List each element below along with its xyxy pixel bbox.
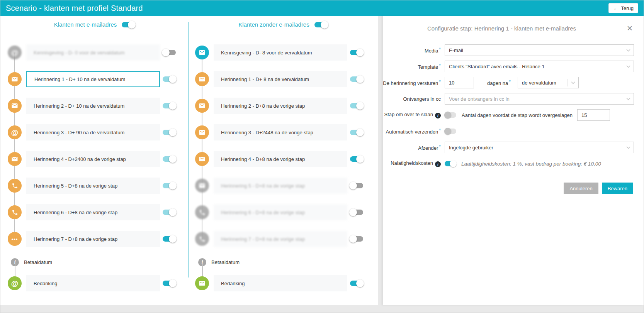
scenario-step-row[interactable]: Herinnering 1 - D+ 10 na de vervaldatum bbox=[0, 71, 189, 87]
sender-select[interactable]: Ingelogde gebruiker bbox=[445, 142, 634, 153]
auto-send-toggle[interactable] bbox=[445, 129, 456, 134]
step-label-box[interactable]: Herinnering 6 - D+8 na de vorige stap bbox=[214, 204, 347, 220]
step-label-box[interactable]: Herinnering 5 - D+8 na de vorige stap bbox=[26, 178, 160, 194]
scenario-step-row[interactable]: Herinnering 4 - D+2400 na de vorige stap bbox=[0, 151, 189, 167]
phone-icon bbox=[8, 179, 22, 193]
step-label-box[interactable]: Bedanking bbox=[26, 275, 160, 291]
reference-date-value: de vervaldatum bbox=[522, 80, 556, 86]
scenario-step-row[interactable]: Herinnering 7 - D+8 na de vorige stap bbox=[188, 231, 378, 247]
step-toggle[interactable] bbox=[163, 210, 176, 215]
step-label-box[interactable]: Herinnering 1 - D+ 8 na de vervaldatum bbox=[214, 71, 347, 87]
scenario-step-row[interactable]: Herinnering 6 - D+8 na de vorige stap bbox=[188, 204, 378, 220]
back-button-label: Terug bbox=[621, 5, 634, 11]
step-toggle[interactable] bbox=[163, 281, 176, 286]
column-toggle[interactable] bbox=[122, 22, 135, 27]
step-label-box[interactable]: Herinnering 2 - D+8 na de vorige stap bbox=[214, 98, 347, 114]
scenario-step-row[interactable]: Herinnering 3 - D+2448 na de vorige stap bbox=[188, 124, 378, 140]
step-toggle[interactable] bbox=[163, 156, 176, 162]
step-label-box[interactable]: Herinnering 1 - D+ 10 na de vervaldatum bbox=[26, 71, 160, 87]
step-label-box[interactable]: Herinnering 6 - D+8 na de vorige stap bbox=[26, 204, 160, 220]
step-toggle[interactable] bbox=[163, 236, 176, 242]
column-header: Klanten zonder e-mailadres bbox=[188, 21, 378, 28]
step-toggle[interactable] bbox=[350, 281, 363, 286]
scenario-step-row[interactable]: Herinnering 2 - D+ 10 na de vervaldatum bbox=[0, 98, 189, 114]
step-label-box[interactable]: Herinnering 7 - D+8 na de vorige stap bbox=[214, 231, 347, 247]
envelope-icon bbox=[195, 99, 209, 113]
scenario-step-row[interactable]: Herinnering 1 - D+ 8 na de vervaldatum bbox=[188, 71, 378, 87]
step-label: Herinnering 7 - D+8 na de vorige stap bbox=[34, 236, 117, 242]
step-toggle[interactable] bbox=[163, 76, 176, 82]
template-select[interactable]: Clients "Standard" avec emails - Relance… bbox=[445, 61, 634, 72]
step-label: Herinnering 3 - D+2448 na de vorige stap bbox=[221, 130, 313, 135]
step-label-box[interactable]: Herinnering 7 - D+8 na de vorige stap bbox=[26, 231, 160, 247]
media-select-value: E-mail bbox=[449, 47, 463, 53]
toggle-knob bbox=[356, 102, 364, 110]
scenario-step-row[interactable]: Kennisgeving - D- 8 voor de vervaldatum bbox=[188, 44, 378, 61]
step-toggle[interactable] bbox=[350, 130, 363, 135]
toggle-knob bbox=[450, 160, 457, 167]
cancel-button[interactable]: Annuleren bbox=[564, 183, 598, 194]
scenario-step-row[interactable]: @Kennisgeving - D- 0 voor de vervaldatum bbox=[0, 44, 189, 61]
sender-label: Afzender* bbox=[383, 144, 441, 151]
skip-days-input[interactable] bbox=[577, 109, 610, 121]
step-label-box[interactable]: Herinnering 2 - D+ 10 na de vervaldatum bbox=[26, 98, 160, 114]
scenario-step-row[interactable]: •••Herinnering 7 - D+8 na de vorige stap bbox=[0, 231, 189, 247]
step-label-box[interactable]: Kennisgeving - D- 8 voor de vervaldatum bbox=[214, 44, 347, 61]
envelope-icon bbox=[195, 72, 209, 86]
step-label-box[interactable]: Kennisgeving - D- 0 voor de vervaldatum bbox=[26, 44, 160, 61]
step-label: Herinnering 6 - D+8 na de vorige stap bbox=[34, 210, 117, 215]
close-icon[interactable]: ✕ bbox=[627, 24, 633, 33]
step-label: Herinnering 4 - D+8 na de vorige stap bbox=[221, 156, 305, 162]
step-label-box[interactable]: Herinnering 5 - D+8 na de vorige stap bbox=[214, 178, 347, 194]
scenario-step-row[interactable]: Herinnering 5 - D+8 na de vorige stap bbox=[0, 178, 189, 194]
step-label-box[interactable]: Bedanking bbox=[214, 275, 347, 291]
media-select[interactable]: E-mail bbox=[445, 44, 634, 56]
column-with-email: Klanten met e-mailadres @Kennisgeving - … bbox=[0, 16, 189, 305]
scenario-step-row[interactable]: Herinnering 2 - D+8 na de vorige stap bbox=[188, 98, 378, 114]
cc-placeholder: Voer de ontvangers in cc in bbox=[449, 96, 510, 102]
sender-select-value: Ingelogde gebruiker bbox=[449, 145, 493, 151]
send-delay-days-input[interactable] bbox=[445, 77, 474, 88]
column-toggle[interactable] bbox=[314, 22, 328, 27]
column-without-email: Klanten zonder e-mailadres Kennisgeving … bbox=[188, 16, 378, 305]
at-icon: @ bbox=[8, 125, 22, 139]
toggle-knob bbox=[321, 21, 328, 29]
step-toggle[interactable] bbox=[350, 103, 363, 108]
scenario-step-row[interactable]: @Herinnering 3 - D+ 90 na de vervaldatum bbox=[0, 124, 189, 140]
reference-date-select[interactable]: de vervaldatum bbox=[518, 77, 579, 88]
scenario-step-row[interactable]: Herinnering 5 - D+8 na de vorige stap bbox=[188, 178, 378, 194]
scenario-step-row[interactable]: @Bedanking bbox=[0, 275, 189, 291]
step-toggle[interactable] bbox=[163, 50, 176, 55]
steps-list: @Kennisgeving - D- 0 voor de vervaldatum… bbox=[0, 44, 189, 302]
step-toggle[interactable] bbox=[350, 236, 363, 242]
scenario-step-row[interactable]: Bedanking bbox=[188, 275, 378, 291]
envelope-icon bbox=[195, 276, 209, 290]
step-toggle[interactable] bbox=[350, 76, 363, 82]
save-button[interactable]: Bewaren bbox=[602, 183, 633, 194]
scenario-step-row[interactable]: Herinnering 4 - D+8 na de vorige stap bbox=[188, 151, 378, 167]
skip-step-toggle[interactable] bbox=[445, 112, 456, 118]
scenario-step-row[interactable]: Herinnering 6 - D+8 na de vorige stap bbox=[0, 204, 189, 220]
step-toggle[interactable] bbox=[350, 183, 363, 188]
step-toggle[interactable] bbox=[163, 183, 176, 188]
step-label-box[interactable]: Herinnering 3 - D+2448 na de vorige stap bbox=[214, 124, 347, 140]
late-fee-toggle[interactable] bbox=[445, 161, 456, 166]
step-toggle[interactable] bbox=[350, 156, 363, 162]
step-toggle[interactable] bbox=[350, 50, 363, 55]
step-label-box[interactable]: Herinnering 4 - D+8 na de vorige stap bbox=[214, 151, 347, 167]
info-icon: i bbox=[435, 161, 441, 167]
step-toggle[interactable] bbox=[163, 130, 176, 135]
chevron-down-icon bbox=[623, 144, 634, 151]
milestone-row: iBetaaldatum bbox=[0, 257, 189, 267]
page-title: Scenario - klanten met profiel Standard bbox=[6, 4, 608, 13]
step-label: Herinnering 1 - D+ 8 na de vervaldatum bbox=[221, 76, 309, 82]
back-button[interactable]: ← Terug bbox=[608, 3, 638, 13]
template-label: Template* bbox=[383, 63, 441, 70]
step-label-box[interactable]: Herinnering 3 - D+ 90 na de vervaldatum bbox=[26, 124, 160, 140]
step-toggle[interactable] bbox=[163, 103, 176, 108]
scenario-columns-card: Klanten met e-mailadres @Kennisgeving - … bbox=[0, 16, 378, 305]
cc-recipients-select[interactable]: Voer de ontvangers in cc in bbox=[445, 93, 634, 105]
step-label-box[interactable]: Herinnering 4 - D+2400 na de vorige stap bbox=[26, 151, 160, 167]
step-toggle[interactable] bbox=[350, 210, 363, 215]
toggle-knob bbox=[349, 182, 357, 189]
